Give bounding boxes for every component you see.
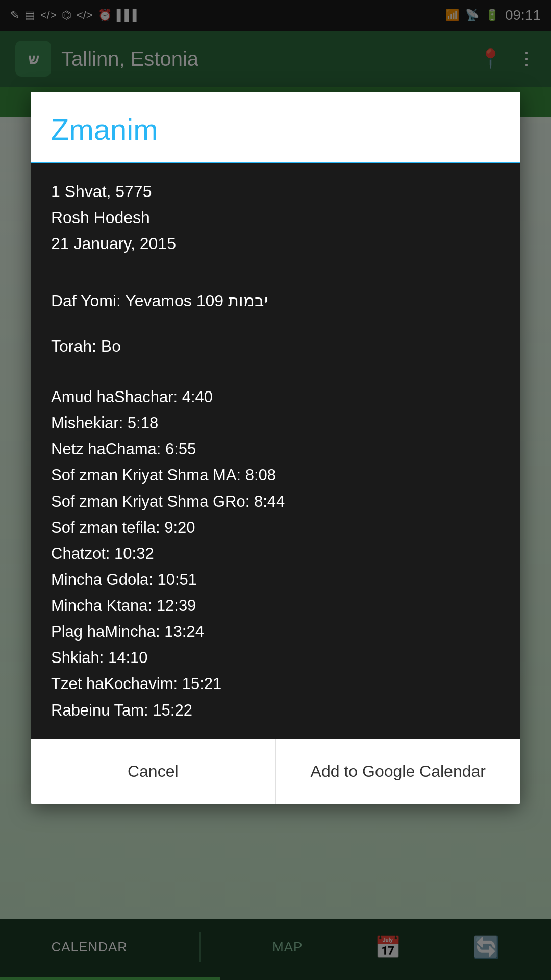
dialog-title: Zmanim [51,112,500,146]
dialog-buttons: Cancel Add to Google Calendar [31,739,520,804]
time-mishekiar: Mishekiar: 5:18 [51,410,500,436]
dialog-content: 1 Shvat, 5775 Rosh Hodesh 21 January, 20… [31,163,520,739]
torah-portion: Torah: Bo [51,333,500,359]
gap1 [51,273,500,288]
time-shma-gro: Sof zman Kriyat Shma GRo: 8:44 [51,488,500,514]
hebrew-date: 1 Shvat, 5775 [51,179,500,205]
time-shma-ma: Sof zman Kriyat Shma MA: 8:08 [51,462,500,488]
dialog-title-section: Zmanim [31,92,520,163]
time-tefila: Sof zman tefila: 9:20 [51,514,500,541]
date-section: 1 Shvat, 5775 Rosh Hodesh 21 January, 20… [51,179,500,257]
daf-yomi: Daf Yomi: Yevamos 109 יבמות [51,288,500,314]
gap3 [51,363,500,379]
time-tzet: Tzet haKochavim: 15:21 [51,671,500,697]
gregorian-date: 21 January, 2015 [51,231,500,257]
zmanim-dialog: Zmanim 1 Shvat, 5775 Rosh Hodesh 21 Janu… [31,92,520,804]
time-amud: Amud haShachar: 4:40 [51,384,500,410]
times-section: Amud haShachar: 4:40 Mishekiar: 5:18 Net… [51,384,500,723]
time-rabeinu-tam: Rabeinu Tam: 15:22 [51,697,500,723]
time-mincha-ktana: Mincha Ktana: 12:39 [51,593,500,619]
cancel-button[interactable]: Cancel [31,739,276,804]
gap2 [51,318,500,333]
time-shkiah: Shkiah: 14:10 [51,645,500,671]
time-mincha-gdola: Mincha Gdola: 10:51 [51,567,500,593]
time-netz: Netz haChama: 6:55 [51,436,500,462]
time-chatzot: Chatzot: 10:32 [51,541,500,567]
add-calendar-button[interactable]: Add to Google Calendar [276,739,521,804]
rosh-hodesh: Rosh Hodesh [51,205,500,231]
time-plag: Plag haMincha: 13:24 [51,619,500,645]
